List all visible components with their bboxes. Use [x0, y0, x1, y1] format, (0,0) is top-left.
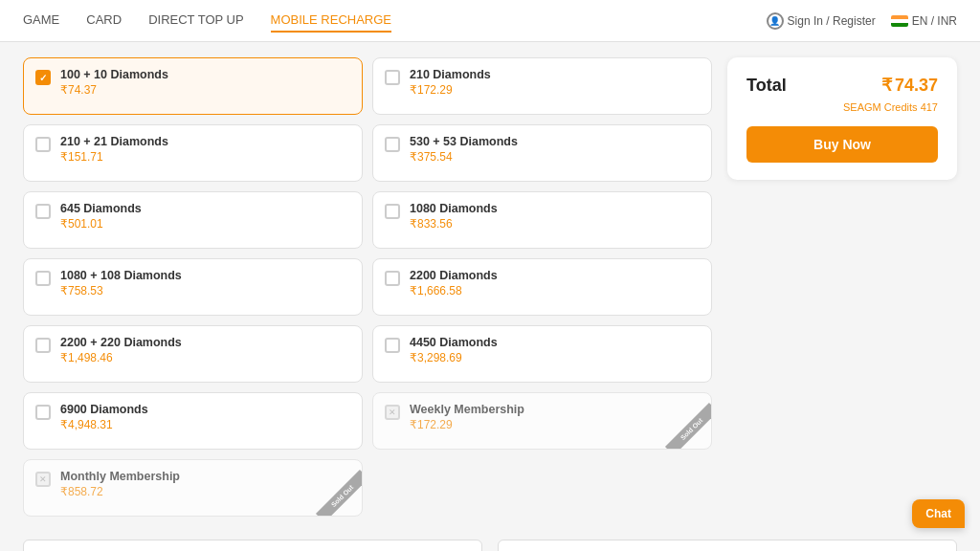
product-name-p5: 645 Diamonds	[60, 202, 142, 215]
product-name-p3: 210 + 21 Diamonds	[60, 135, 168, 148]
product-card-p8[interactable]: 2200 Diamonds₹1,666.58	[372, 258, 712, 316]
product-price-p13: ₹858.72	[60, 485, 180, 498]
product-name-p10: 4450 Diamonds	[410, 336, 498, 349]
product-card-p9[interactable]: 2200 + 220 Diamonds₹1,498.46	[23, 325, 363, 383]
product-card-p12[interactable]: Weekly Membership₹172.29Sold Out	[372, 392, 712, 450]
checkbox-p9	[35, 338, 51, 353]
bottom-select-left[interactable]	[23, 540, 482, 551]
sold-out-ribbon-p12: Sold Out	[665, 403, 711, 449]
total-value: 74.37	[895, 76, 938, 96]
product-name-p8: 2200 Diamonds	[410, 269, 498, 282]
checkbox-p5	[35, 204, 51, 219]
product-name-p4: 530 + 53 Diamonds	[410, 135, 518, 148]
buy-button[interactable]: Buy Now	[746, 126, 938, 163]
checkbox-p2	[385, 70, 400, 85]
nav-game[interactable]: GAME	[23, 9, 59, 33]
credits-text: SEAGM Credits 417	[746, 101, 938, 113]
currency-symbol: ₹	[881, 75, 892, 96]
nav-bar: GAME CARD DIRECT TOP UP MOBILE RECHARGE …	[0, 0, 980, 42]
checkbox-p7	[35, 271, 51, 286]
total-card: Total ₹ 74.37 SEAGM Credits 417 Buy Now	[727, 57, 957, 180]
product-info-p5: 645 Diamonds₹501.01	[60, 202, 142, 231]
product-grid: 100 + 10 Diamonds₹74.37210 Diamonds₹172.…	[23, 57, 712, 517]
product-card-p2[interactable]: 210 Diamonds₹172.29	[372, 57, 712, 115]
product-info-p3: 210 + 21 Diamonds₹151.71	[60, 135, 168, 164]
product-card-p1[interactable]: 100 + 10 Diamonds₹74.37	[23, 57, 363, 115]
product-price-p3: ₹151.71	[60, 150, 168, 164]
lang-label: EN / INR	[912, 14, 957, 28]
flag-icon	[891, 15, 908, 27]
nav-card[interactable]: CARD	[86, 9, 122, 33]
product-info-p6: 1080 Diamonds₹833.56	[410, 202, 498, 231]
product-card-p10[interactable]: 4450 Diamonds₹3,298.69	[372, 325, 712, 383]
product-name-p11: 6900 Diamonds	[60, 403, 148, 416]
checkbox-p3	[35, 137, 51, 152]
total-label: Total	[746, 76, 787, 96]
bottom-bar	[0, 532, 980, 551]
nav-mobile-recharge[interactable]: MOBILE RECHARGE	[271, 9, 391, 33]
signin-label: Sign In / Register	[788, 14, 876, 28]
product-card-p5[interactable]: 645 Diamonds₹501.01	[23, 191, 363, 249]
product-price-p1: ₹74.37	[60, 83, 168, 97]
product-name-p2: 210 Diamonds	[410, 68, 491, 81]
checkbox-p1	[35, 70, 51, 85]
product-info-p9: 2200 + 220 Diamonds₹1,498.46	[60, 336, 182, 364]
product-card-p7[interactable]: 1080 + 108 Diamonds₹758.53	[23, 258, 363, 316]
product-price-p11: ₹4,948.31	[60, 418, 148, 431]
checkbox-p13	[35, 472, 51, 487]
product-card-p4[interactable]: 530 + 53 Diamonds₹375.54	[372, 124, 712, 182]
product-name-p9: 2200 + 220 Diamonds	[60, 336, 182, 349]
checkbox-p4	[385, 137, 400, 152]
product-price-p6: ₹833.56	[410, 217, 498, 231]
product-info-p1: 100 + 10 Diamonds₹74.37	[60, 68, 168, 97]
product-name-p1: 100 + 10 Diamonds	[60, 68, 168, 81]
product-price-p2: ₹172.29	[410, 83, 491, 97]
product-price-p4: ₹375.54	[410, 150, 518, 164]
product-price-p7: ₹758.53	[60, 284, 182, 298]
sold-out-corner-p13: Sold Out	[314, 468, 362, 516]
product-card-p6[interactable]: 1080 Diamonds₹833.56	[372, 191, 712, 249]
product-price-p9: ₹1,498.46	[60, 351, 182, 364]
sold-out-corner-p12: Sold Out	[663, 401, 711, 449]
product-price-p5: ₹501.01	[60, 217, 142, 231]
lang-selector[interactable]: EN / INR	[891, 14, 957, 28]
product-info-p12: Weekly Membership₹172.29	[410, 403, 524, 431]
nav-links: GAME CARD DIRECT TOP UP MOBILE RECHARGE	[23, 9, 767, 33]
product-price-p10: ₹3,298.69	[410, 351, 498, 364]
product-info-p4: 530 + 53 Diamonds₹375.54	[410, 135, 518, 164]
sold-out-ribbon-p13: Sold Out	[316, 470, 362, 516]
checkbox-p12	[385, 405, 400, 420]
product-name-p6: 1080 Diamonds	[410, 202, 498, 215]
sidebar: Total ₹ 74.37 SEAGM Credits 417 Buy Now	[727, 57, 957, 517]
nav-direct-top-up[interactable]: DIRECT TOP UP	[148, 9, 243, 33]
product-info-p13: Monthly Membership₹858.72	[60, 470, 180, 498]
product-info-p10: 4450 Diamonds₹3,298.69	[410, 336, 498, 364]
product-info-p11: 6900 Diamonds₹4,948.31	[60, 403, 148, 431]
checkbox-p6	[385, 204, 400, 219]
product-name-p13: Monthly Membership	[60, 470, 180, 483]
checkbox-p10	[385, 338, 400, 353]
bottom-select-right[interactable]	[498, 540, 957, 551]
product-info-p8: 2200 Diamonds₹1,666.58	[410, 269, 498, 298]
product-card-p13[interactable]: Monthly Membership₹858.72Sold Out	[23, 459, 363, 517]
product-name-p12: Weekly Membership	[410, 403, 524, 416]
product-card-p11[interactable]: 6900 Diamonds₹4,948.31	[23, 392, 363, 450]
product-info-p2: 210 Diamonds₹172.29	[410, 68, 491, 97]
product-price-p12: ₹172.29	[410, 418, 524, 431]
product-info-p7: 1080 + 108 Diamonds₹758.53	[60, 269, 182, 298]
main-content: 100 + 10 Diamonds₹74.37210 Diamonds₹172.…	[0, 42, 980, 532]
product-card-p3[interactable]: 210 + 21 Diamonds₹151.71	[23, 124, 363, 182]
total-row: Total ₹ 74.37	[746, 75, 938, 96]
account-icon: 👤	[767, 12, 784, 30]
checkbox-p11	[35, 405, 51, 420]
chat-button[interactable]: Chat	[912, 499, 965, 528]
total-amount: ₹ 74.37	[881, 75, 938, 96]
signin-button[interactable]: 👤 Sign In / Register	[767, 12, 876, 30]
product-name-p7: 1080 + 108 Diamonds	[60, 269, 182, 282]
product-price-p8: ₹1,666.58	[410, 284, 498, 298]
nav-right: 👤 Sign In / Register EN / INR	[767, 12, 957, 30]
checkbox-p8	[385, 271, 400, 286]
